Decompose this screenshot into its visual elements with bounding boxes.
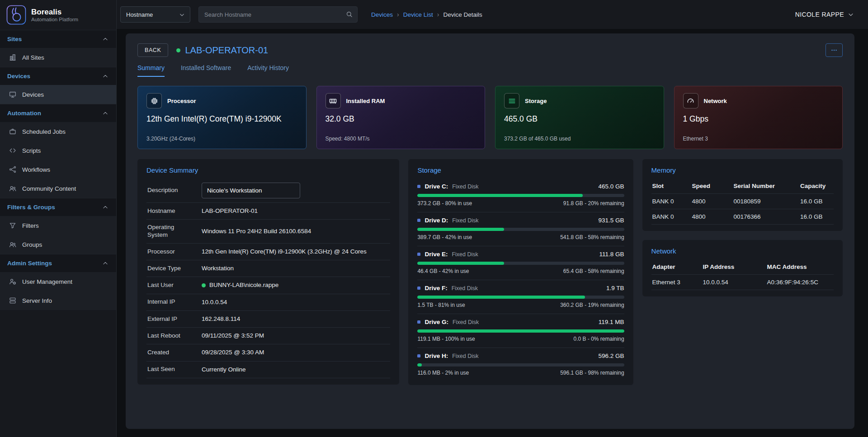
sidebar-item-scripts[interactable]: Scripts bbox=[0, 141, 116, 160]
drive-type: Fixed Disk bbox=[452, 217, 478, 224]
drive-remaining: 0.0 B - 0% remaining bbox=[574, 336, 624, 342]
col-header: Serial Number bbox=[734, 183, 800, 189]
stat-card-processor: Processor 12th Gen Intel(R) Core(TM) i9-… bbox=[137, 86, 307, 149]
cell-slot: BANK 0 bbox=[652, 198, 692, 205]
sidebar-item-groups[interactable]: Groups bbox=[0, 235, 116, 254]
summary-row-description: Description bbox=[146, 179, 390, 203]
online-status-dot-icon bbox=[202, 283, 206, 287]
summary-row-last-reboot: Last Reboot 09/11/2025 @ 3:52 PM bbox=[146, 328, 390, 344]
storage-lines-icon bbox=[504, 93, 519, 108]
drive-remaining: 65.4 GB - 58% remaining bbox=[563, 268, 624, 274]
drive-bullet-icon bbox=[417, 253, 420, 256]
drive-usage-bar bbox=[417, 329, 624, 333]
stat-label: Processor bbox=[167, 98, 196, 104]
sidebar-item-workflows[interactable]: Workflows bbox=[0, 160, 116, 179]
section-label: Automation bbox=[7, 110, 41, 117]
drive-usage-fill bbox=[417, 329, 624, 333]
sidebar-item-community-content[interactable]: Community Content bbox=[0, 179, 116, 198]
breadcrumb-device-list[interactable]: Device List bbox=[403, 11, 433, 18]
col-header: Adapter bbox=[652, 263, 703, 270]
network-table-header: Adapter IP Address MAC Address bbox=[651, 259, 834, 275]
hostname-filter-value: Hostname bbox=[126, 11, 153, 18]
description-input[interactable] bbox=[202, 183, 300, 198]
cell-ip: 10.0.0.54 bbox=[703, 279, 767, 286]
summary-row-last-user: Last User BUNNY-LAB\nicole.rappe bbox=[146, 277, 390, 294]
online-status-dot-icon bbox=[176, 48, 180, 52]
sidebar-item-label: Filters bbox=[22, 222, 39, 229]
sidebar-item-user-management[interactable]: User Management bbox=[0, 272, 116, 291]
stat-footer: Speed: 4800 MT/s bbox=[326, 136, 476, 142]
sidebar-item-label: User Management bbox=[22, 278, 72, 285]
cell-serial: 00176366 bbox=[734, 213, 800, 220]
stat-value: 32.0 GB bbox=[326, 114, 476, 124]
sidebar-section-sites[interactable]: Sites bbox=[0, 30, 116, 48]
drive-usage-fill bbox=[417, 262, 504, 265]
memory-panel: Memory Slot Speed Serial Number Capacity… bbox=[642, 159, 843, 231]
drive-name: Drive H: bbox=[425, 352, 448, 359]
drive-used: 1.5 TB - 81% in use bbox=[417, 302, 465, 308]
summary-row-internal-ip: Internal IP 10.0.0.54 bbox=[146, 294, 390, 311]
tab-activity-history[interactable]: Activity History bbox=[247, 64, 289, 77]
cell-adapter: Ethernet 3 bbox=[652, 279, 703, 286]
sidebar-spacer bbox=[0, 310, 116, 437]
row-value: 09/11/2025 @ 3:52 PM bbox=[202, 332, 389, 340]
more-actions-button[interactable] bbox=[826, 43, 843, 57]
drive-usage-fill bbox=[417, 296, 585, 299]
drive-type: Fixed Disk bbox=[452, 285, 478, 291]
sidebar-item-server-info[interactable]: Server Info bbox=[0, 291, 116, 310]
row-value: 162.248.8.114 bbox=[202, 315, 389, 323]
hostname-filter-dropdown[interactable]: Hostname bbox=[120, 6, 190, 23]
drive-type: Fixed Disk bbox=[452, 251, 478, 258]
sidebar: Borealis Automation Platform Sites All S… bbox=[0, 0, 117, 437]
search-icon bbox=[345, 10, 353, 18]
drive-usage-bar bbox=[417, 262, 624, 265]
drive-bullet-icon bbox=[417, 287, 420, 290]
sidebar-section-automation[interactable]: Automation bbox=[0, 104, 116, 122]
brand-name: Borealis bbox=[31, 8, 78, 17]
section-label: Admin Settings bbox=[7, 260, 52, 267]
tab-installed-software[interactable]: Installed Software bbox=[181, 64, 231, 77]
drive-row-c: Drive C: Fixed Disk 465.0 GB 373.2 GB - … bbox=[417, 179, 624, 212]
device-details-card: BACK LAB-OPERATOR-01 Summary Installed S… bbox=[126, 33, 854, 429]
breadcrumb-devices[interactable]: Devices bbox=[371, 11, 393, 18]
sidebar-item-all-sites[interactable]: All Sites bbox=[0, 48, 116, 67]
drive-bullet-icon bbox=[417, 185, 420, 188]
briefcase-icon bbox=[9, 127, 17, 136]
row-label: Last Seen bbox=[147, 366, 202, 373]
sidebar-section-filters-groups[interactable]: Filters & Groups bbox=[0, 198, 116, 216]
breadcrumb-device-details: Device Details bbox=[443, 11, 482, 18]
section-label: Filters & Groups bbox=[7, 204, 55, 211]
user-menu[interactable]: NICOLE RAPPE bbox=[795, 11, 854, 18]
search-box bbox=[198, 6, 358, 23]
tab-summary[interactable]: Summary bbox=[137, 64, 165, 77]
sidebar-item-filters[interactable]: Filters bbox=[0, 216, 116, 235]
stat-value: 1 Gbps bbox=[683, 114, 834, 124]
drive-remaining: 541.8 GB - 58% remaining bbox=[560, 234, 624, 240]
sidebar-item-devices[interactable]: Devices bbox=[0, 85, 116, 104]
cell-mac: A0:36:9F:94:26:5C bbox=[767, 279, 833, 286]
right-panel-stack: Memory Slot Speed Serial Number Capacity… bbox=[642, 159, 843, 296]
sidebar-section-devices[interactable]: Devices bbox=[0, 67, 116, 85]
sidebar-item-label: Server Info bbox=[22, 297, 52, 304]
drive-usage-bar bbox=[417, 228, 624, 231]
row-label: External IP bbox=[147, 315, 202, 323]
drive-bullet-icon bbox=[417, 354, 420, 357]
summary-row-created: Created 09/28/2025 @ 3:30 AM bbox=[146, 344, 390, 361]
row-value: Workstation bbox=[202, 264, 389, 273]
sidebar-item-label: Community Content bbox=[22, 185, 76, 192]
sidebar-item-scheduled-jobs[interactable]: Scheduled Jobs bbox=[0, 122, 116, 141]
gauge-icon bbox=[683, 93, 698, 108]
cell-speed: 4800 bbox=[692, 213, 734, 220]
row-label: Last User bbox=[147, 282, 202, 289]
panel-title: Memory bbox=[651, 166, 834, 174]
search-input[interactable] bbox=[198, 6, 358, 23]
main-area: BACK LAB-OPERATOR-01 Summary Installed S… bbox=[117, 29, 868, 437]
monitor-icon bbox=[9, 90, 17, 99]
funnel-icon bbox=[9, 221, 17, 230]
device-tabs: Summary Installed Software Activity Hist… bbox=[137, 64, 843, 77]
sidebar-item-label: Scripts bbox=[22, 147, 41, 154]
sidebar-section-admin-settings[interactable]: Admin Settings bbox=[0, 254, 116, 272]
chevron-up-icon bbox=[102, 204, 109, 211]
col-header: MAC Address bbox=[767, 263, 833, 270]
back-button[interactable]: BACK bbox=[137, 43, 168, 57]
